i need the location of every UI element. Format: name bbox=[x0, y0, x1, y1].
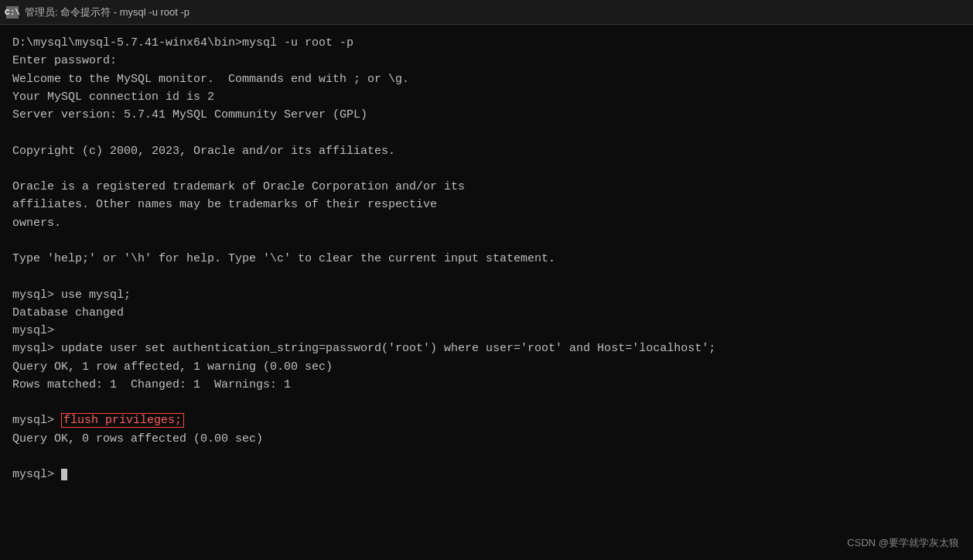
terminal-line: Query OK, 0 rows affected (0.00 sec) bbox=[12, 430, 961, 448]
terminal-line: Oracle is a registered trademark of Orac… bbox=[12, 178, 961, 196]
terminal-line: Enter password: bbox=[12, 52, 961, 70]
terminal-area[interactable]: D:\mysql\mysql-5.7.41-winx64\bin>mysql -… bbox=[0, 25, 973, 560]
cmd-icon: C:\ bbox=[6, 6, 19, 19]
terminal-line: mysql> use mysql; bbox=[12, 286, 961, 304]
flush-privileges-command: flush privileges; bbox=[61, 413, 184, 428]
terminal-line: Copyright (c) 2000, 2023, Oracle and/or … bbox=[12, 142, 961, 160]
terminal-line: Server version: 5.7.41 MySQL Community S… bbox=[12, 106, 961, 124]
prompt-text: mysql> bbox=[12, 468, 61, 481]
terminal-line: Type 'help;' or '\h' for help. Type '\c'… bbox=[12, 250, 961, 268]
titlebar: C:\ 管理员: 命令提示符 - mysql -u root -p bbox=[0, 0, 973, 25]
terminal-line: mysql> bbox=[12, 322, 961, 340]
terminal-line: mysql> update user set authentication_st… bbox=[12, 340, 961, 357]
terminal-line: Database changed bbox=[12, 304, 961, 322]
terminal-line: Query OK, 1 row affected, 1 warning (0.0… bbox=[12, 358, 961, 376]
flush-privileges-line: mysql> flush privileges; bbox=[12, 411, 961, 429]
watermark: CSDN @要学就学灰太狼 bbox=[847, 535, 959, 551]
terminal-line: Your MySQL connection id is 2 bbox=[12, 88, 961, 106]
cursor-line: mysql> bbox=[12, 466, 961, 483]
terminal-cursor bbox=[61, 469, 67, 480]
terminal-content: D:\mysql\mysql-5.7.41-winx64\bin>mysql -… bbox=[12, 34, 961, 483]
terminal-line: owners. bbox=[12, 214, 961, 232]
terminal-line: Rows matched: 1 Changed: 1 Warnings: 1 bbox=[12, 376, 961, 394]
terminal-line: D:\mysql\mysql-5.7.41-winx64\bin>mysql -… bbox=[12, 34, 961, 52]
mysql-prompt: mysql> bbox=[12, 414, 61, 427]
terminal-line: Welcome to the MySQL monitor. Commands e… bbox=[12, 70, 961, 88]
titlebar-title: 管理员: 命令提示符 - mysql -u root -p bbox=[25, 5, 189, 19]
terminal-line: affiliates. Other names may be trademark… bbox=[12, 196, 961, 213]
